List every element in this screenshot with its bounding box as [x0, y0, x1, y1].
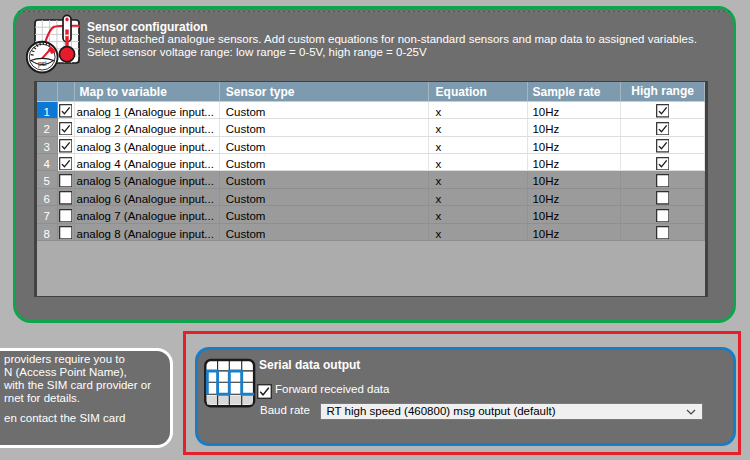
svg-text:psi: psi [38, 60, 47, 68]
